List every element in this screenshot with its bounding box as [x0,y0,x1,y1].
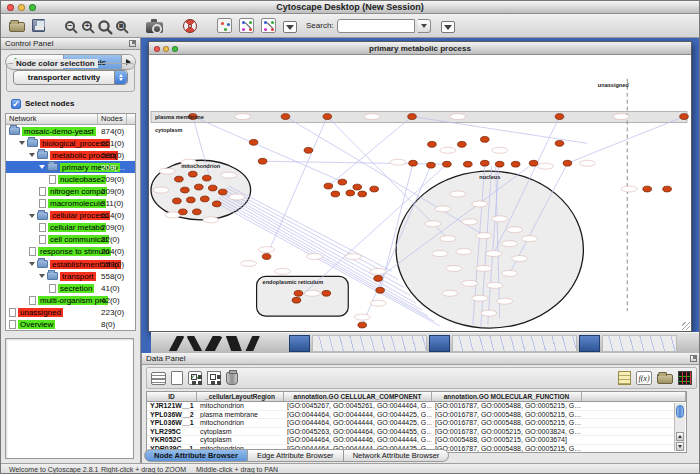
table-cell[interactable]: [GO:0045267, GO:0045261, GO:0044464, G… [284,402,432,410]
network-node[interactable] [643,186,652,192]
network-node[interactable] [358,322,367,328]
attribute-batch-select-icon[interactable] [188,371,202,385]
network-node[interactable] [376,287,385,293]
network-node[interactable] [218,189,227,195]
new-attribute-icon[interactable] [171,371,183,385]
network-node[interactable] [304,147,313,153]
network-node[interactable] [458,141,467,147]
expand-arrow-icon[interactable] [29,262,35,266]
tree-row-establishment-of-lo[interactable]: establishment of lo558(0) [6,258,135,270]
close-window-icon[interactable] [7,4,14,11]
birds-eye-view[interactable] [5,338,134,459]
network-node[interactable] [258,158,267,164]
tree-row-cellular-metabo[interactable]: cellular metabo209(0) [6,222,135,234]
tree-row-overview[interactable]: Overview8(0) [6,319,135,331]
table-cell[interactable]: YLR295C [147,428,197,436]
table-vertical-scrollbar[interactable] [674,403,685,451]
table-cell[interactable]: [GO:0044464, GO:0044444, GO:0044425, G… [284,419,432,427]
attribute-unselect-icon[interactable] [207,371,221,385]
network-node[interactable] [480,160,489,166]
network-node[interactable] [322,290,331,296]
zoom-out-icon[interactable]: − [65,21,75,31]
network-node[interactable] [374,276,383,282]
network-node[interactable] [338,179,347,185]
select-attributes-icon[interactable] [151,372,166,385]
expand-arrow-icon[interactable] [29,153,35,157]
tree-row-primary-metabo[interactable]: primary metabo209(… [6,161,135,173]
zoom-selected-icon[interactable]: ▦ [116,21,126,31]
zoom-network-icon[interactable] [172,46,178,52]
network-node[interactable] [249,139,258,145]
tab-network-attribute-browser[interactable]: Network Attribute Browser [344,449,450,462]
network-node[interactable] [428,141,437,147]
table-cell[interactable]: [GO:0016787, GO:0005488, GO:0005215, G… [432,402,582,410]
network-node[interactable] [529,160,538,166]
select-nodes-checkbox[interactable] [11,99,21,109]
network-node[interactable] [353,184,362,190]
attribute-editor-icon[interactable] [618,371,631,385]
zoom-fit-icon[interactable] [98,20,110,32]
network-node[interactable] [195,184,204,190]
network-node[interactable] [208,185,217,191]
snapshot-camera-icon[interactable] [146,22,163,33]
tree-row-macromolecule[interactable]: macromolecule311(0) [6,198,135,210]
network-node[interactable] [555,140,564,146]
column-header[interactable]: _cellularLayoutRegion [197,392,284,401]
network-node[interactable] [680,114,689,120]
float-panel-icon[interactable] [129,40,136,47]
network-canvas[interactable]: plasma membranecytoplasmmitochondrionnuc… [149,55,691,331]
table-row[interactable]: YPL036W__2plasma membrane[GO:0044464, GO… [147,411,686,420]
expand-arrow-icon[interactable] [39,165,45,169]
table-cell[interactable]: [GO:0016787, GO:0005488, GO:0005215, G… [432,411,582,419]
tab-node-attribute-browser[interactable]: Node Attribute Browser [144,449,248,462]
network-edge[interactable] [567,117,684,164]
table-cell[interactable]: [GO:0016787, GO:0005488, GO:0005215, G… [432,419,582,427]
network-node[interactable] [323,114,332,120]
open-session-icon[interactable] [9,22,25,32]
tab-edge-attribute-browser[interactable]: Edge Attribute Browser [248,449,344,462]
table-cell[interactable]: [GO:0005488, GO:0005215, GO:0003674] [432,436,582,444]
network-node[interactable] [663,186,672,192]
table-cell[interactable]: plasma membrane [197,411,284,419]
column-header[interactable]: ID [147,392,197,401]
tree-column-nodes[interactable]: Nodes [98,114,127,124]
table-cell[interactable]: [GO:0016787, GO:0005215, GO:0003824, G… [432,428,582,436]
tree-row-secretion[interactable]: secretion41(0) [6,282,135,294]
expand-arrow-icon[interactable] [29,214,35,218]
column-header[interactable]: annotation.GO CELLULAR_COMPONENT [284,392,432,401]
network-window-title-bar[interactable]: primary metabolic process [149,42,691,55]
tree-row-nucleobase-[interactable]: nucleobase-209(0) [6,173,135,185]
table-cell[interactable]: YPL036W__2 [147,411,197,419]
import-attributes-icon[interactable] [657,374,673,384]
network-node[interactable] [346,190,355,196]
network-node[interactable] [408,114,417,120]
app-title-bar[interactable]: Cytoscape Desktop (New Session) [1,1,699,14]
help-lifering-icon[interactable] [183,19,197,33]
scroll-down-icon[interactable] [676,442,684,451]
network-node[interactable] [201,196,210,202]
destroy-network-icon[interactable] [261,18,276,33]
network-node[interactable] [511,161,520,167]
window-resize-grip[interactable] [682,322,690,330]
table-cell[interactable]: YJR121W__1 [147,402,197,410]
tree-column-network[interactable]: Network [6,114,98,124]
network-node[interactable] [563,160,572,166]
tree-row-transport[interactable]: transport558(0) [6,270,135,282]
table-cell[interactable]: YKR052C [147,436,197,444]
network-node[interactable] [324,183,333,189]
network-node[interactable] [173,198,182,204]
search-input[interactable] [337,19,415,33]
network-node[interactable] [464,161,473,167]
table-cell[interactable]: mitochondrion [197,402,284,410]
tree-row-biological-process[interactable]: biological_process651(0) [6,137,135,149]
table-row[interactable]: YPL036W__1mitochondrion[GO:0044464, GO:0… [147,419,686,428]
network-edge[interactable] [328,117,412,186]
search-dropdown-icon[interactable] [418,19,431,33]
table-row[interactable]: YKR052Ccytoplasm[GO:0044464, GO:0044446,… [147,436,686,445]
network-node[interactable] [409,160,418,166]
column-header[interactable]: annotation.GO MOLECULAR_FUNCTION [432,392,582,401]
minimize-network-icon[interactable] [163,46,169,52]
zoom-in-icon[interactable]: + [82,21,92,31]
node-color-combo[interactable]: transporter activity [13,70,128,85]
network-node[interactable] [480,137,489,143]
